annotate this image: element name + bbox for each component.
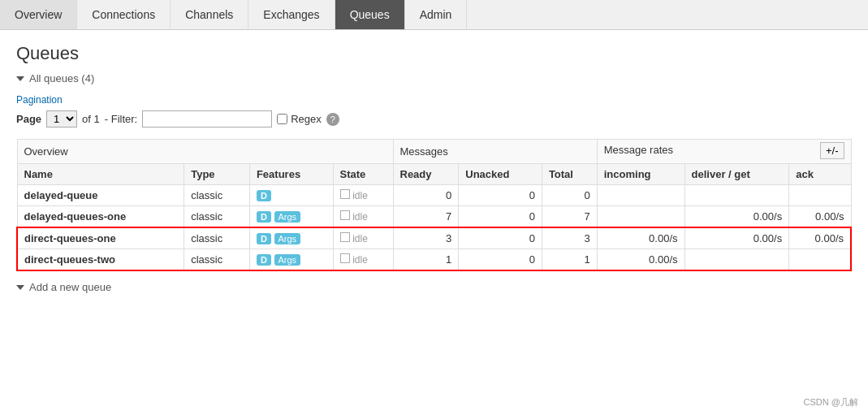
- cell-name: direct-queues-two: [17, 249, 184, 271]
- add-queue-label: Add a new queue: [29, 281, 111, 293]
- cell-total: 3: [542, 227, 597, 249]
- group-header-row: Overview Messages Message rates +/-: [17, 140, 851, 164]
- filter-input[interactable]: [142, 110, 272, 128]
- cell-features: D: [249, 185, 333, 206]
- page-title: Queues: [16, 43, 852, 64]
- cell-type: classic: [184, 206, 250, 228]
- cell-ready: 1: [393, 249, 459, 271]
- cell-unacked: 0: [459, 206, 542, 228]
- nav-item-exchanges[interactable]: Exchanges: [248, 0, 335, 29]
- page-label: Page: [16, 113, 41, 125]
- queue-tbody: delayed-queueclassicD idle000delayed-que…: [17, 185, 851, 271]
- group-message-rates: Message rates +/-: [597, 140, 851, 164]
- cell-name: delayed-queues-one: [17, 206, 184, 228]
- cell-ready: 3: [393, 227, 459, 249]
- cell-total: 7: [542, 206, 597, 228]
- cell-unacked: 0: [459, 249, 542, 271]
- col-total: Total: [542, 164, 597, 185]
- col-type: Type: [184, 164, 250, 185]
- cell-total: 0: [542, 185, 597, 206]
- pagination-row: Page 1 of 1 - Filter: Regex ?: [16, 110, 852, 128]
- table-row: delayed-queueclassicD idle000: [17, 185, 851, 206]
- cell-total: 1: [542, 249, 597, 271]
- cell-deliver-get: [684, 249, 789, 271]
- cell-features: D Args: [249, 227, 333, 249]
- add-queue-row[interactable]: Add a new queue: [16, 281, 852, 293]
- all-queues-label: All queues (4): [29, 72, 94, 84]
- cell-incoming: 0.00/s: [597, 249, 684, 271]
- regex-checkbox[interactable]: [277, 114, 287, 124]
- cell-ready: 7: [393, 206, 459, 228]
- cell-ack: [789, 249, 851, 271]
- regex-label: Regex: [291, 113, 322, 125]
- col-name: Name: [17, 164, 184, 185]
- cell-name: direct-queues-one: [17, 227, 184, 249]
- cell-incoming: [597, 206, 684, 228]
- cell-ready: 0: [393, 185, 459, 206]
- cell-state: idle: [333, 206, 393, 228]
- pagination-title: Pagination: [16, 94, 852, 106]
- cell-type: classic: [184, 249, 250, 271]
- cell-features: D Args: [249, 249, 333, 271]
- pagination-section: Pagination Page 1 of 1 - Filter: Regex ?: [16, 94, 852, 128]
- help-badge[interactable]: ?: [326, 113, 339, 126]
- cell-state: idle: [333, 227, 393, 249]
- cell-deliver-get: [684, 185, 789, 206]
- nav-item-admin[interactable]: Admin: [405, 0, 468, 29]
- cell-ack: 0.00/s: [789, 227, 851, 249]
- page-select[interactable]: 1: [46, 110, 77, 128]
- cell-state: idle: [333, 249, 393, 271]
- cell-ack: 0.00/s: [789, 206, 851, 228]
- queue-table: Overview Messages Message rates +/- Name…: [16, 139, 852, 271]
- table-row: delayed-queues-oneclassicD Args idle7070…: [17, 206, 851, 228]
- col-deliver-get: deliver / get: [684, 164, 789, 185]
- col-ack: ack: [789, 164, 851, 185]
- nav-item-channels[interactable]: Channels: [171, 0, 248, 29]
- cell-unacked: 0: [459, 185, 542, 206]
- column-header-row: Name Type Features State Ready Unacked T…: [17, 164, 851, 185]
- page-content: Queues All queues (4) Pagination Page 1 …: [0, 30, 868, 306]
- cell-name: delayed-queue: [17, 185, 184, 206]
- add-queue-expand-icon: [16, 285, 24, 290]
- cell-deliver-get: 0.00/s: [684, 206, 789, 228]
- group-overview: Overview: [17, 140, 393, 164]
- col-features: Features: [249, 164, 333, 185]
- cell-unacked: 0: [459, 227, 542, 249]
- table-wrapper: Overview Messages Message rates +/- Name…: [16, 139, 852, 271]
- filter-label: - Filter:: [105, 113, 137, 125]
- nav-item-connections[interactable]: Connections: [77, 0, 171, 29]
- col-incoming: incoming: [597, 164, 684, 185]
- plus-minus-button[interactable]: +/-: [820, 142, 844, 159]
- cell-features: D Args: [249, 206, 333, 228]
- collapse-icon: [16, 76, 24, 81]
- cell-state: idle: [333, 185, 393, 206]
- group-messages: Messages: [393, 140, 597, 164]
- cell-type: classic: [184, 227, 250, 249]
- nav-bar: OverviewConnectionsChannelsExchangesQueu…: [0, 0, 868, 30]
- cell-incoming: [597, 185, 684, 206]
- regex-check: Regex: [277, 113, 322, 125]
- cell-ack: [789, 185, 851, 206]
- cell-incoming: 0.00/s: [597, 227, 684, 249]
- all-queues-section[interactable]: All queues (4): [16, 72, 852, 84]
- table-row: direct-queues-twoclassicD Args idle1010.…: [17, 249, 851, 271]
- cell-type: classic: [184, 185, 250, 206]
- nav-item-overview[interactable]: Overview: [0, 0, 77, 29]
- cell-deliver-get: 0.00/s: [684, 227, 789, 249]
- col-ready: Ready: [393, 164, 459, 185]
- nav-item-queues[interactable]: Queues: [335, 0, 405, 29]
- col-state: State: [333, 164, 393, 185]
- of-text: of 1: [82, 113, 100, 125]
- col-unacked: Unacked: [459, 164, 542, 185]
- table-row: direct-queues-oneclassicD Args idle3030.…: [17, 227, 851, 249]
